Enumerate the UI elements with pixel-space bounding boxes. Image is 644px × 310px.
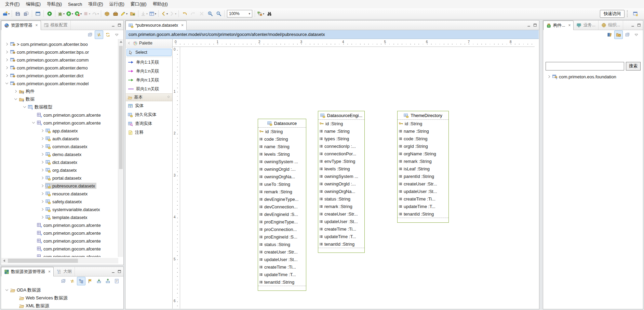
entity-datasource[interactable]: Datasourceid :Stringcode :Stringname :St… — [258, 119, 306, 291]
expand-icon[interactable] — [40, 144, 45, 149]
entity-field[interactable]: createUser :Str... — [258, 248, 306, 256]
entity-field[interactable]: levels :String — [318, 165, 364, 172]
menu-item[interactable]: Search — [65, 1, 85, 8]
expand-icon[interactable] — [40, 215, 45, 220]
entity-field[interactable]: proEngineId :S... — [258, 233, 306, 241]
diagram-canvas[interactable]: Datasourceid :Stringcode :Stringname :St… — [180, 47, 535, 309]
project-tree-item[interactable]: ?com.primeton.gocom.afcente — [1, 245, 118, 253]
zoom-level-combo[interactable]: 100%▾ — [227, 10, 252, 17]
entity-field[interactable]: owningOrgNa... — [318, 188, 364, 195]
project-tree-item[interactable]: ?com.primeton.gocom.afcente — [1, 237, 118, 245]
entity-field[interactable]: name :String — [318, 127, 364, 135]
entity-field[interactable]: updateUser :St... — [258, 256, 306, 263]
nav-back-button[interactable]: ▾ — [160, 10, 169, 18]
tab-pubresource-editor[interactable]: *pubresource.datasetx× — [125, 21, 187, 30]
tree-mode-button[interactable] — [77, 277, 85, 285]
highlighter-button[interactable]: ▾ — [120, 10, 128, 18]
project-tree-item[interactable]: > com.primeton.gocom.afcenter.boo — [1, 40, 118, 48]
briefcase-button[interactable] — [111, 10, 120, 18]
entity-field[interactable]: name :String — [398, 127, 448, 135]
entity-field[interactable]: devEngineType... — [258, 195, 306, 203]
minimize-button[interactable] — [630, 22, 636, 28]
project-tree-item[interactable]: app.datasetx — [1, 127, 118, 134]
table-window-button[interactable]: ▾ — [148, 10, 157, 18]
palette-item-relation-1[interactable]: 单向1:1关联 — [126, 58, 172, 67]
entity-field[interactable]: id :String — [398, 120, 448, 127]
view-menu-button[interactable] — [112, 30, 121, 39]
component-search-input[interactable] — [546, 62, 624, 70]
palette-section-basic[interactable]: 基本 — [126, 93, 172, 101]
zoom-in-button[interactable] — [206, 10, 214, 18]
expand-icon[interactable] — [13, 89, 18, 94]
palette-item-select[interactable]: Select — [126, 49, 172, 56]
project-tree-item[interactable]: template.datasetx — [1, 213, 118, 221]
palette-item-note[interactable]: 注释 — [126, 128, 172, 137]
expand-icon[interactable] — [4, 65, 10, 70]
collapse-icon[interactable] — [4, 81, 10, 86]
project-tree-item[interactable]: com.primeton.gocom.afcenter.demo — [1, 64, 118, 72]
minimize-button[interactable] — [526, 22, 532, 28]
entity-title[interactable]: Datasource — [258, 119, 306, 128]
entity-field[interactable]: isLeaf :String — [398, 165, 448, 172]
project-tree-item[interactable]: com.primeton.gocom.afcenter.dict — [1, 72, 118, 79]
entity-datasourceengi[interactable]: DatasourceEngi...id :Stringname :Stringt… — [318, 111, 365, 253]
entity-field[interactable]: owningOrgId :... — [258, 165, 306, 173]
minimize-button[interactable] — [110, 22, 116, 28]
collapse-palette-icon[interactable] — [127, 41, 131, 45]
expand-icon[interactable] — [40, 159, 45, 165]
palette-item-entity[interactable]: 实体 — [126, 101, 172, 110]
maximize-button[interactable] — [116, 269, 122, 275]
entity-field[interactable]: tenantId :String — [318, 240, 364, 248]
save-button[interactable] — [13, 10, 22, 18]
link-editor-button[interactable] — [95, 30, 103, 39]
import-button[interactable] — [95, 277, 103, 285]
project-tree-item[interactable]: portal.datasetx — [1, 174, 118, 182]
entity-field[interactable]: owningSystem ... — [318, 172, 364, 180]
collapse-icon[interactable] — [22, 104, 27, 110]
palette-item-query-entity[interactable]: 查询实体 — [126, 119, 172, 128]
collapse-icon[interactable] — [4, 287, 10, 293]
entity-field[interactable]: tenantId :String — [398, 210, 448, 218]
project-tree-item[interactable]: ?com.primeton.gocom.afcente — [1, 111, 118, 119]
entity-field[interactable]: remark :String — [258, 188, 306, 195]
console-button[interactable] — [33, 10, 42, 18]
collapse-all-button[interactable] — [86, 30, 94, 39]
project-tree-item[interactable]: ?数据 — [1, 95, 118, 103]
undo-button[interactable] — [180, 10, 189, 18]
close-icon[interactable]: × — [181, 23, 184, 27]
menu-item[interactable]: 编辑(E) — [23, 0, 44, 8]
entity-field[interactable]: updateUser :St... — [318, 218, 364, 225]
link-editor-button[interactable] — [68, 277, 77, 285]
menu-item[interactable]: 文件(F) — [2, 0, 23, 8]
expand-icon[interactable] — [40, 136, 45, 141]
expand-icon[interactable] — [40, 191, 45, 196]
datasource-tree-item[interactable]: ODA 数据源 — [1, 286, 121, 294]
quick-access-button[interactable]: 快速访问 — [600, 10, 625, 18]
entity-field[interactable]: id :String — [258, 128, 306, 135]
entity-field[interactable]: name :String — [258, 143, 306, 150]
project-tree-item[interactable]: com.primeton.gocom.afcenter.comm — [1, 56, 118, 64]
collapse-icon[interactable] — [31, 120, 36, 126]
binoculars-button[interactable] — [265, 10, 273, 18]
entity-title[interactable]: DatasourceEngi... — [318, 111, 364, 120]
tab-template-config[interactable]: 模板配置 — [41, 21, 71, 30]
scroll-up-icon[interactable] — [120, 41, 122, 43]
entity-field[interactable]: parentId :String — [398, 172, 448, 180]
entity-field[interactable]: code :String — [398, 135, 448, 142]
run-button[interactable]: ▾ — [65, 10, 74, 18]
menu-item[interactable]: 帮助(H) — [150, 0, 171, 8]
entity-field[interactable]: updateTime :T... — [398, 203, 448, 210]
project-tree-item[interactable]: pubresource.datasetx — [1, 182, 118, 190]
expand-icon[interactable] — [40, 175, 45, 181]
chevron-left-icon[interactable] — [127, 41, 131, 45]
entity-field[interactable]: types :String — [318, 135, 364, 142]
project-tree-item[interactable]: safety.datasetx — [1, 197, 118, 205]
collapse-all-button[interactable] — [623, 30, 632, 39]
entity-field[interactable]: connectionPor... — [318, 150, 364, 157]
project-tree-item[interactable]: ?数据模型 — [1, 103, 118, 111]
entity-themedirectory[interactable]: ThemeDirectoryid :Stringname :Stringcode… — [397, 111, 449, 223]
minimize-button[interactable] — [110, 269, 116, 275]
save-all-button[interactable] — [22, 10, 30, 18]
entity-field[interactable]: code :String — [258, 135, 306, 143]
tab-outline[interactable]: 大纲 — [54, 267, 75, 276]
